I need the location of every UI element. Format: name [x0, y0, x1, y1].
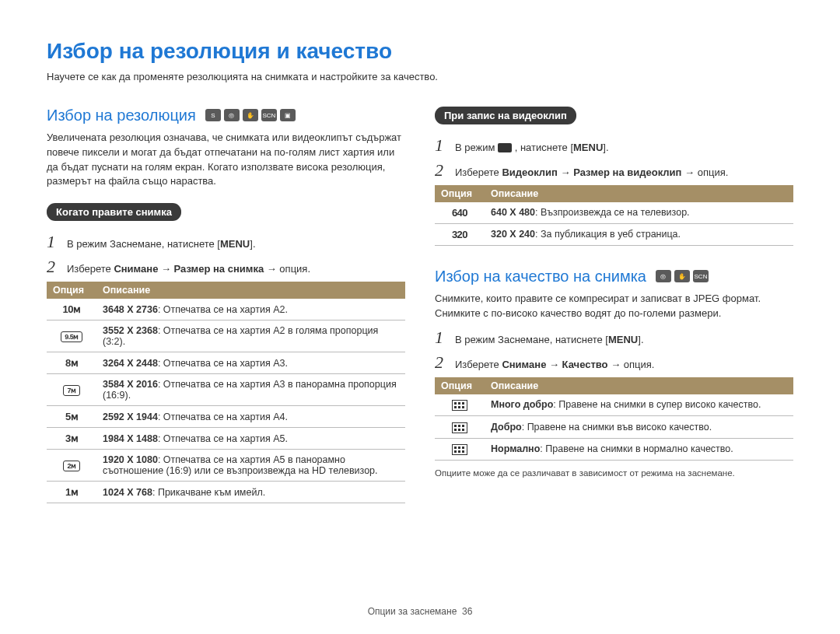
- table-row: 320320 X 240: За публикация в уеб страни…: [435, 223, 793, 245]
- bold-path: Снимане → Качество →: [502, 359, 623, 370]
- video-step-2: 2 Изберете Видеоклип → Размер на видеокл…: [435, 160, 793, 180]
- th-description: Описание: [485, 377, 793, 394]
- th-description: Описание: [485, 185, 793, 202]
- option-cell: [435, 394, 485, 416]
- text: ].: [603, 142, 608, 153]
- text: , натиснете [: [512, 142, 573, 153]
- quality-intro: Снимките, които правите се компресират и…: [435, 292, 793, 321]
- description-cell: 3264 X 2448: Отпечатва се на хартия A3.: [96, 352, 405, 374]
- description-cell: 1984 X 1488: Отпечатва се на хартия A5.: [96, 428, 405, 450]
- quality-icon: [452, 422, 467, 433]
- option-cell: 5ᴍ: [47, 406, 96, 428]
- th-option: Опция: [47, 282, 96, 299]
- bold-path: Видеоклип → Размер на видеоклип →: [502, 166, 697, 178]
- photo-mode-label: Когато правите снимка: [47, 203, 181, 221]
- photo-step-2: 2 Изберете Снимане → Размер на снимка → …: [47, 257, 405, 277]
- text: опция.: [698, 166, 729, 178]
- mode-icon-program: ◎: [224, 109, 240, 121]
- description-cell: 3584 X 2016: Отпечатва се на хартия A3 в…: [96, 374, 405, 406]
- th-description: Описание: [96, 282, 405, 299]
- footer-page-number: 36: [462, 606, 472, 617]
- page-title: Избор на резолюция и качество: [47, 39, 793, 64]
- section-quality-title: Избор на качество на снимка: [435, 268, 646, 285]
- text: В режим: [455, 142, 498, 153]
- quality-icon: [452, 400, 467, 411]
- mode-icons-group: ◎ ✋ SCN: [656, 270, 709, 282]
- photo-step-1: 1 В режим Заснемане, натиснете [MENU].: [47, 232, 405, 252]
- mode-icon-movie: ▣: [280, 109, 296, 121]
- option-cell: [435, 416, 485, 439]
- quality-icon: [452, 444, 467, 455]
- video-mode-label: При запис на видеоклип: [435, 107, 576, 124]
- description-cell: 640 X 480: Възпроизвежда се на телевизор…: [485, 202, 793, 224]
- step-body: В режим , натиснете [MENU].: [455, 140, 609, 156]
- mode-icon-scene: SCN: [693, 270, 709, 282]
- description-cell: 3648 X 2736: Отпечатва се на хартия А2.: [96, 299, 405, 321]
- step-body: Изберете Снимане → Размер на снимка → оп…: [67, 261, 310, 277]
- step-number: 1: [435, 135, 447, 156]
- step-body: В режим Заснемане, натиснете [MENU].: [67, 236, 256, 252]
- step-number: 1: [47, 232, 59, 252]
- option-cell: 9.5ᴍ: [47, 321, 96, 352]
- movie-mode-icon: [498, 143, 512, 152]
- text: Изберете: [455, 166, 502, 178]
- table-row: 640640 X 480: Възпроизвежда се на телеви…: [435, 202, 793, 224]
- description-cell: Много добро: Правене на снимки в супер в…: [485, 394, 793, 416]
- table-row: 8ᴍ3264 X 2448: Отпечатва се на хартия A3…: [47, 352, 405, 374]
- quality-footnote: Опциите може да се различават в зависимо…: [435, 467, 793, 480]
- table-row: 1ᴍ1024 X 768: Прикачване към имейл.: [47, 482, 405, 503]
- step-number: 2: [435, 352, 447, 373]
- bold-path: Снимане → Размер на снимка →: [114, 263, 279, 275]
- table-row: 3ᴍ1984 X 1488: Отпечатва се на хартия A5…: [47, 428, 405, 450]
- option-cell: 10ᴍ: [47, 299, 96, 321]
- section-quality-heading: Избор на качество на снимка ◎ ✋ SCN: [435, 268, 793, 285]
- menu-button-label: MENU: [220, 238, 250, 250]
- description-cell: Добро: Правене на снимки във високо каче…: [485, 416, 793, 439]
- text: ].: [638, 334, 643, 345]
- step-number: 2: [47, 257, 59, 277]
- table-row: 2ᴍ1920 X 1080: Отпечатва се на хартия A5…: [47, 450, 405, 482]
- table-row: 9.5ᴍ3552 X 2368: Отпечатва се на хартия …: [47, 321, 405, 352]
- text: опция.: [279, 263, 310, 275]
- mode-icon-dual: ✋: [243, 109, 258, 121]
- resolution-intro: Увеличената резолюция означава, че снимк…: [47, 131, 405, 189]
- option-cell: [435, 438, 485, 461]
- text: Изберете: [67, 263, 114, 275]
- content-columns: Избор на резолюция S ◎ ✋ SCN ▣ Увеличена…: [47, 107, 793, 503]
- step-body: Изберете Видеоклип → Размер на видеоклип…: [455, 165, 728, 180]
- quality-step-1: 1 В режим Заснемане, натиснете [MENU].: [435, 328, 793, 348]
- table-row: Много добро: Правене на снимки в супер в…: [435, 394, 793, 416]
- footer-text: Опции за заснемане: [368, 606, 457, 617]
- option-cell: 7ᴍ: [47, 374, 96, 406]
- quality-table: Опция Описание Много добро: Правене на с…: [435, 377, 793, 461]
- table-row: 5ᴍ2592 X 1944: Отпечатва се на хартия A4…: [47, 406, 405, 428]
- option-cell: 2ᴍ: [47, 450, 96, 482]
- mode-icon-scene: SCN: [261, 109, 277, 121]
- section-resolution-title: Избор на резолюция: [47, 107, 196, 124]
- mode-icon-smart: S: [205, 109, 221, 121]
- option-cell: 1ᴍ: [47, 482, 96, 503]
- step-number: 2: [435, 160, 447, 180]
- text: ].: [250, 238, 255, 250]
- table-row: 10ᴍ3648 X 2736: Отпечатва се на хартия А…: [47, 299, 405, 321]
- table-row: 7ᴍ3584 X 2016: Отпечатва се на хартия A3…: [47, 374, 405, 406]
- step-number: 1: [435, 328, 447, 348]
- description-cell: 320 X 240: За публикация в уеб страница.: [485, 223, 793, 245]
- left-column: Избор на резолюция S ◎ ✋ SCN ▣ Увеличена…: [47, 107, 405, 503]
- mode-icon-dual: ✋: [674, 270, 690, 282]
- description-cell: 2592 X 1944: Отпечатва се на хартия A4.: [96, 406, 405, 428]
- menu-button-label: MENU: [573, 142, 603, 153]
- right-column: При запис на видеоклип 1 В режим , натис…: [435, 107, 793, 503]
- description-cell: 3552 X 2368: Отпечатва се на хартия A2 в…: [96, 321, 405, 352]
- th-option: Опция: [435, 185, 485, 202]
- text: Изберете: [455, 359, 502, 370]
- step-body: В режим Заснемане, натиснете [MENU].: [455, 332, 644, 348]
- mode-icon-program: ◎: [656, 270, 671, 282]
- option-cell: 3ᴍ: [47, 428, 96, 450]
- mode-icons-group: S ◎ ✋ SCN ▣: [205, 109, 296, 121]
- option-cell: 640: [435, 202, 485, 224]
- page-footer: Опции за заснемане 36: [0, 606, 840, 617]
- description-cell: Нормално: Правене на снимки в нормално к…: [485, 438, 793, 461]
- video-resolution-table: Опция Описание 640640 X 480: Възпроизвеж…: [435, 185, 793, 246]
- description-cell: 1920 X 1080: Отпечатва се на хартия A5 в…: [96, 450, 405, 482]
